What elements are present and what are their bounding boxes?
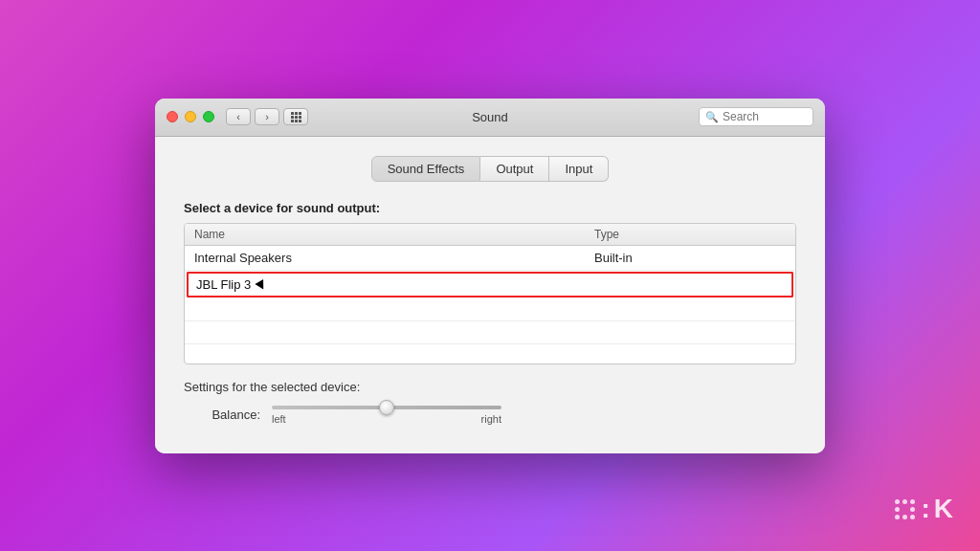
balance-slider-container: left right: [272, 406, 501, 425]
table-header: Name Type: [185, 224, 795, 246]
table-row[interactable]: JBL Flip 3: [187, 272, 793, 298]
sound-preferences-window: ‹ › Sound 🔍 Sound Effects Output Input S…: [155, 99, 825, 453]
tab-input[interactable]: Input: [549, 156, 609, 182]
forward-button[interactable]: ›: [255, 108, 279, 125]
titlebar: ‹ › Sound 🔍: [155, 99, 825, 137]
logo-letter: K: [934, 494, 953, 524]
close-button[interactable]: [167, 111, 178, 122]
section-title: Select a device for sound output:: [184, 201, 796, 215]
logo-colon: :: [921, 494, 929, 524]
device-name: JBL Flip 3: [196, 277, 592, 292]
back-button[interactable]: ‹: [226, 108, 251, 125]
tab-output[interactable]: Output: [480, 156, 549, 182]
traffic-lights: [167, 111, 214, 122]
logo-dots: [895, 499, 915, 519]
cursor-icon: [255, 279, 267, 292]
column-header-name: Name: [194, 228, 594, 241]
slider-track[interactable]: [272, 406, 501, 409]
balance-row: Balance: left right: [184, 406, 796, 425]
settings-section: Settings for the selected device: Balanc…: [184, 380, 796, 425]
slider-right-label: right: [481, 413, 501, 425]
content-area: Sound Effects Output Input Select a devi…: [155, 137, 825, 453]
column-header-type: Type: [594, 228, 786, 241]
minimize-button[interactable]: [185, 111, 196, 122]
maximize-button[interactable]: [203, 111, 214, 122]
tab-sound-effects[interactable]: Sound Effects: [371, 156, 481, 182]
empty-row: [185, 344, 795, 364]
empty-row: [185, 298, 795, 321]
slider-thumb[interactable]: [379, 400, 394, 415]
device-type: Built-in: [594, 251, 786, 265]
window-title: Sound: [472, 110, 508, 124]
table-body: Internal Speakers Built-in JBL Flip 3: [185, 246, 795, 364]
grid-icon: [291, 112, 301, 122]
tab-bar: Sound Effects Output Input: [184, 156, 796, 182]
table-row[interactable]: Internal Speakers Built-in: [185, 246, 795, 271]
search-icon: 🔍: [705, 111, 719, 123]
nav-buttons: ‹ ›: [226, 108, 279, 125]
settings-title: Settings for the selected device:: [184, 380, 796, 394]
device-table: Name Type Internal Speakers Built-in JBL…: [184, 223, 796, 364]
slider-left-label: left: [272, 413, 286, 425]
search-input[interactable]: [723, 110, 804, 123]
device-name: Internal Speakers: [194, 251, 594, 265]
empty-row: [185, 321, 795, 344]
search-box[interactable]: 🔍: [699, 107, 813, 126]
app-grid-button[interactable]: [283, 108, 308, 125]
knowtechie-logo: :K: [895, 494, 953, 524]
balance-label: Balance:: [184, 408, 260, 422]
